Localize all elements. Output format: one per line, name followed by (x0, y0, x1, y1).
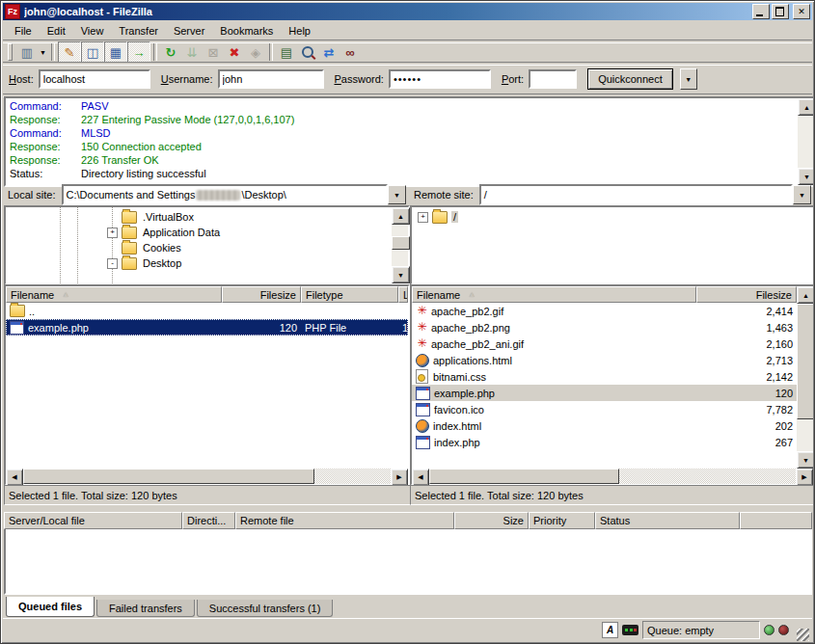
file-row[interactable]: favicon.ico7,782 (412, 401, 797, 417)
toolbar-separator (269, 43, 273, 61)
column-header-filename[interactable]: Filename▲ (6, 286, 222, 303)
expand-plus-icon[interactable]: + (418, 212, 428, 223)
menu-transfer[interactable]: Transfer (111, 23, 166, 39)
minimize-button[interactable] (752, 4, 770, 19)
collapse-minus-icon[interactable]: - (107, 258, 118, 269)
local-list-horizontal-scrollbar[interactable]: ◀ ▶ (6, 469, 408, 484)
menu-view[interactable]: View (73, 23, 112, 39)
scroll-up-icon[interactable]: ▲ (798, 98, 815, 116)
column-header-status[interactable]: Status (595, 512, 740, 529)
toolbar-grip[interactable] (8, 43, 13, 61)
menu-edit[interactable]: Edit (40, 23, 73, 39)
maximize-button[interactable] (772, 4, 789, 19)
site-manager-dropdown-button[interactable] (38, 42, 48, 62)
local-file-list-panel: Filename▲ Filesize Filetype L .. example… (4, 284, 410, 486)
tree-item[interactable]: Cookies (6, 240, 392, 255)
column-header-filename[interactable]: Filename▲ (412, 286, 696, 303)
host-input[interactable] (39, 69, 150, 89)
transfer-queue-icon: → (133, 46, 146, 59)
column-header-last-modified[interactable]: L (398, 286, 408, 303)
local-site-dropdown-button[interactable] (388, 185, 406, 204)
username-label: Username: (161, 73, 213, 85)
expand-plus-icon[interactable]: + (107, 228, 118, 238)
scroll-right-icon[interactable]: ▶ (796, 469, 813, 486)
ico-file-icon (416, 403, 430, 416)
tree-item[interactable]: + / (412, 209, 813, 225)
filezilla-logo-icon: Fz (5, 4, 20, 19)
port-label: Port: (502, 73, 524, 85)
toggle-remote-tree-button[interactable]: ▦ (104, 41, 127, 63)
log-vertical-scrollbar[interactable]: ▲ ▼ (798, 98, 814, 185)
synchronized-browsing-button[interactable]: ⇄ (318, 42, 340, 62)
tab-failed-transfers[interactable]: Failed transfers (96, 600, 195, 617)
scroll-down-icon[interactable]: ▼ (392, 266, 410, 283)
column-header-filetype[interactable]: Filetype (301, 286, 398, 303)
message-log-panel: Command:PASV Response:227 Entering Passi… (4, 96, 815, 187)
php-file-icon (416, 436, 430, 449)
column-header-remote-file[interactable]: Remote file (235, 512, 454, 529)
reconnect-button[interactable]: ◈ (245, 42, 266, 62)
quickconnect-button[interactable]: Quickconnect (587, 68, 673, 90)
remote-list-horizontal-scrollbar[interactable]: ◀ ▶ (412, 469, 813, 484)
username-input[interactable] (218, 69, 324, 89)
refresh-button[interactable]: ↻ (160, 42, 181, 62)
toggle-message-log-button[interactable]: ✎ (58, 41, 81, 63)
local-tree-vertical-scrollbar[interactable]: ▲ ▼ (392, 207, 408, 283)
toggle-local-tree-button[interactable]: ◫ (81, 41, 104, 63)
file-row[interactable]: ✳apache_pb2.png1,463 (412, 319, 797, 335)
file-row-selected[interactable]: example.php120 (412, 385, 797, 401)
cancel-icon: ⊠ (208, 46, 219, 59)
menu-file[interactable]: File (7, 23, 40, 39)
column-header-direction[interactable]: Directi... (182, 512, 235, 529)
tree-item[interactable]: - Desktop (6, 255, 392, 271)
find-files-button[interactable]: ∞ (340, 42, 361, 62)
file-row[interactable]: bitnami.css2,142 (412, 368, 797, 385)
menu-bookmarks[interactable]: Bookmarks (212, 23, 281, 39)
toggle-transfer-queue-button[interactable]: → (127, 41, 150, 63)
remote-list-vertical-scrollbar[interactable]: ▲ ▼ (797, 286, 813, 469)
process-queue-button[interactable]: ⇊ (181, 42, 203, 62)
apache-file-icon: ✳ (416, 321, 428, 334)
file-row[interactable]: index.php267 (412, 434, 797, 450)
close-button[interactable] (793, 4, 810, 19)
scroll-left-icon[interactable]: ◀ (412, 469, 429, 486)
speed-limits-icon[interactable] (622, 625, 638, 635)
file-row[interactable]: ✳apache_pb2_ani.gif2,160 (412, 335, 797, 352)
file-row-parent-dir[interactable]: .. (6, 303, 408, 319)
file-row[interactable]: index.html202 (412, 417, 797, 434)
scroll-up-icon[interactable]: ▲ (797, 286, 813, 304)
log-row: Response:226 Transfer OK (10, 153, 798, 167)
quickconnect-dropdown-button[interactable] (680, 68, 697, 90)
file-row[interactable]: ✳apache_pb2.gif2,414 (412, 303, 797, 319)
column-header-priority[interactable]: Priority (529, 512, 595, 529)
resize-grip[interactable] (797, 629, 809, 641)
site-manager-button[interactable]: ▥ (16, 42, 38, 62)
disconnect-button[interactable]: ✖ (224, 42, 245, 62)
remote-site-path-combo[interactable]: / (479, 184, 793, 205)
port-input[interactable] (529, 69, 577, 89)
local-site-path-combo[interactable]: C:\Documents and Settings \Desktop\ (62, 184, 388, 205)
file-row[interactable]: applications.html2,713 (412, 352, 797, 368)
tab-queued-files[interactable]: Queued files (6, 597, 95, 617)
scroll-down-icon[interactable]: ▼ (798, 168, 815, 185)
tree-item[interactable]: .VirtualBox (6, 209, 392, 225)
scroll-up-icon[interactable]: ▲ (392, 207, 410, 225)
column-header-server-local-file[interactable]: Server/Local file (4, 512, 182, 529)
queue-list[interactable] (4, 529, 812, 595)
scroll-right-icon[interactable]: ▶ (391, 469, 408, 486)
cancel-operation-button[interactable]: ⊠ (203, 42, 224, 62)
directory-listing-filters-button[interactable]: ▤ (276, 42, 297, 62)
password-input[interactable] (389, 69, 491, 89)
file-row-selected[interactable]: example.php 120 PHP File 1 (6, 319, 408, 335)
tree-item[interactable]: + Application Data (6, 225, 392, 240)
scroll-left-icon[interactable]: ◀ (6, 469, 23, 486)
column-header-size[interactable]: Size (454, 512, 529, 529)
menu-server[interactable]: Server (166, 23, 212, 39)
column-header-filesize[interactable]: Filesize (696, 286, 797, 303)
compare-directories-button[interactable] (297, 42, 318, 62)
remote-site-dropdown-button[interactable] (793, 185, 811, 204)
tab-successful-transfers[interactable]: Successful transfers (1) (197, 600, 334, 617)
menu-help[interactable]: Help (281, 23, 318, 39)
column-header-filesize[interactable]: Filesize (222, 286, 301, 303)
scroll-down-icon[interactable]: ▼ (797, 451, 813, 469)
